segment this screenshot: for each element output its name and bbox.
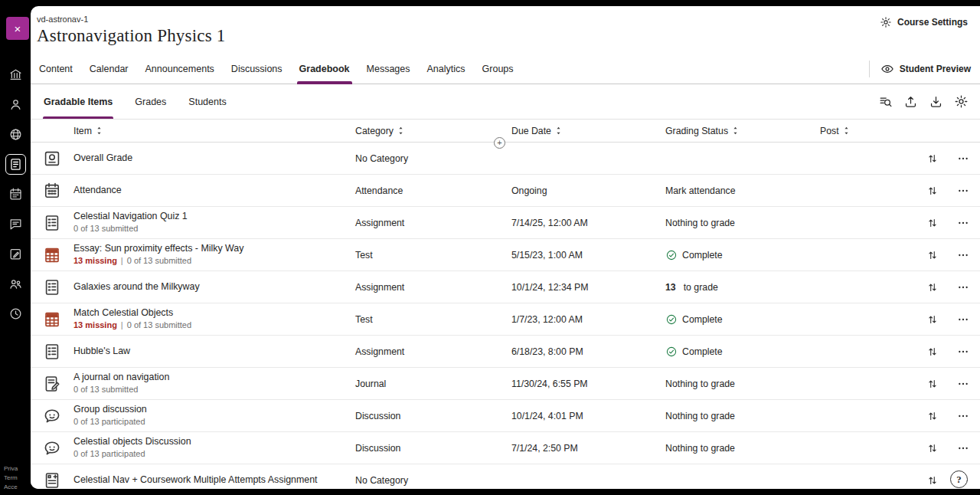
sidebar-button-activity[interactable]: [0, 120, 31, 149]
reorder-button[interactable]: [921, 276, 944, 299]
reorder-button[interactable]: [921, 405, 944, 428]
column-header-grading-status[interactable]: Grading Status: [665, 126, 820, 136]
more-options-button[interactable]: [952, 437, 975, 460]
table-row[interactable]: Match Celestial Objects13 missing|0 of 1…: [31, 303, 980, 336]
subtab-students[interactable]: Students: [188, 84, 227, 119]
reorder-button[interactable]: [921, 372, 944, 395]
item-title[interactable]: A journal on navigation: [74, 372, 348, 384]
item-grading-status: Nothing to grade: [665, 379, 820, 389]
more-options-button[interactable]: [952, 179, 975, 202]
table-row[interactable]: Overall GradeNo Category: [31, 143, 980, 175]
item-title[interactable]: Attendance: [74, 185, 348, 197]
item-grading-status: 13to grade: [665, 282, 820, 293]
tab-content[interactable]: Content: [31, 54, 81, 84]
item-title[interactable]: Match Celestial Objects: [74, 307, 348, 320]
item-progress: 0 of 13 participated: [74, 449, 348, 460]
more-options-button[interactable]: [952, 372, 975, 395]
reorder-button[interactable]: [921, 437, 944, 460]
course-nav-tabs: ContentCalendarAnnouncementsDiscussionsG…: [31, 54, 522, 84]
footer-link[interactable]: Term: [4, 474, 30, 481]
item-grading-status: Nothing to grade: [665, 411, 820, 421]
item-title[interactable]: Overall Grade: [74, 152, 348, 165]
sidebar-button-grades[interactable]: [0, 239, 31, 269]
subtab-gradable-items[interactable]: Gradable Items: [43, 84, 113, 119]
course-settings-button[interactable]: Course Settings: [880, 16, 968, 28]
table-row[interactable]: Galaxies around the MilkywayAssignment10…: [31, 271, 980, 303]
more-options-button[interactable]: [952, 405, 975, 428]
more-options-button[interactable]: [952, 244, 975, 267]
item-cell: Celestial Nav + Coursework Multiple Atte…: [74, 474, 355, 487]
download-gradebook-button[interactable]: [926, 92, 946, 112]
table-row[interactable]: AttendanceAttendanceOngoingMark attendan…: [31, 175, 980, 207]
item-title[interactable]: Celestial Nav + Coursework Multiple Atte…: [74, 474, 348, 487]
add-item-button[interactable]: +: [494, 137, 505, 149]
reorder-button[interactable]: [921, 211, 944, 234]
help-button[interactable]: ?: [950, 470, 968, 488]
item-title[interactable]: Galaxies around the Milkyway: [74, 281, 348, 293]
table-row[interactable]: Celestial Navigation Quiz 10 of 13 submi…: [31, 207, 980, 239]
tab-announcements[interactable]: Announcements: [137, 54, 223, 84]
column-header-category[interactable]: Category: [355, 126, 511, 136]
sidebar-button-institution[interactable]: [0, 60, 31, 90]
sidebar-button-calendar[interactable]: [0, 179, 31, 209]
gradebook-settings-button[interactable]: [951, 92, 971, 112]
more-options-icon: [957, 281, 969, 293]
tab-calendar[interactable]: Calendar: [81, 54, 137, 84]
more-options-button[interactable]: [952, 211, 975, 234]
upload-gradebook-button[interactable]: [900, 92, 920, 112]
student-preview-label: Student Preview: [900, 64, 971, 74]
submitted-count: 0 of 13 participated: [74, 417, 145, 426]
table-row[interactable]: Group discussion0 of 13 participatedDisc…: [31, 400, 980, 432]
reorder-button[interactable]: [921, 469, 944, 490]
sidebar-button-organizations[interactable]: [0, 269, 31, 299]
table-row[interactable]: Celestial objects Discussion0 of 13 part…: [31, 432, 980, 464]
close-course-button[interactable]: ×: [6, 17, 29, 40]
sidebar-button-messages[interactable]: [0, 209, 31, 239]
table-row[interactable]: Celestial Nav + Coursework Multiple Atte…: [31, 464, 980, 489]
sidebar-button-courses[interactable]: [0, 149, 31, 179]
status-text: to grade: [684, 282, 718, 293]
reorder-button[interactable]: [921, 244, 944, 267]
item-title[interactable]: Hubble's Law: [74, 346, 348, 358]
reorder-button[interactable]: [921, 340, 944, 363]
item-title[interactable]: Celestial Navigation Quiz 1: [74, 211, 348, 223]
status-text: Complete: [682, 250, 723, 261]
column-header-post[interactable]: Post: [820, 126, 919, 136]
tab-discussions[interactable]: Discussions: [223, 54, 291, 84]
tab-groups[interactable]: Groups: [474, 54, 522, 84]
item-due-date: 5/15/23, 1:00 AM: [511, 250, 665, 261]
table-row[interactable]: Hubble's LawAssignment6/18/23, 8:00 PMCo…: [31, 336, 980, 368]
subtab-grades[interactable]: Grades: [134, 84, 167, 119]
column-header-due-date[interactable]: Due Date: [511, 126, 665, 136]
sidebar-button-profile[interactable]: [0, 90, 31, 120]
sort-icon: [554, 126, 564, 136]
tab-gradebook[interactable]: Gradebook: [291, 54, 358, 84]
close-icon: ×: [15, 23, 21, 34]
profile-icon: [8, 97, 23, 112]
footer-link[interactable]: Acce: [4, 484, 30, 490]
search-items-button[interactable]: [875, 92, 895, 112]
more-options-button[interactable]: [952, 308, 975, 331]
more-options-icon: [957, 313, 969, 326]
item-title[interactable]: Group discussion: [74, 404, 348, 416]
more-options-button[interactable]: [952, 340, 975, 363]
messages-icon: [8, 217, 23, 231]
column-header-item[interactable]: Item: [74, 126, 355, 136]
footer-link[interactable]: Priva: [4, 465, 30, 472]
reorder-button[interactable]: [921, 147, 944, 170]
reorder-button[interactable]: [921, 179, 944, 202]
more-options-button[interactable]: [952, 276, 975, 299]
attendance-icon: [43, 182, 61, 200]
reorder-button[interactable]: [921, 308, 944, 331]
table-row[interactable]: A journal on navigation0 of 13 submitted…: [31, 368, 980, 400]
table-row[interactable]: Essay: Sun proximity effects - Milky Way…: [31, 239, 980, 271]
tab-messages[interactable]: Messages: [358, 54, 419, 84]
item-title[interactable]: Essay: Sun proximity effects - Milky Way: [74, 243, 348, 255]
sidebar-button-recent[interactable]: [0, 299, 31, 329]
more-options-button[interactable]: [952, 147, 975, 170]
student-preview-button[interactable]: Student Preview: [880, 62, 971, 76]
tab-analytics[interactable]: Analytics: [419, 54, 474, 84]
overall-grade-icon: [43, 149, 61, 168]
reorder-icon: [926, 474, 939, 487]
item-title[interactable]: Celestial objects Discussion: [74, 436, 348, 448]
